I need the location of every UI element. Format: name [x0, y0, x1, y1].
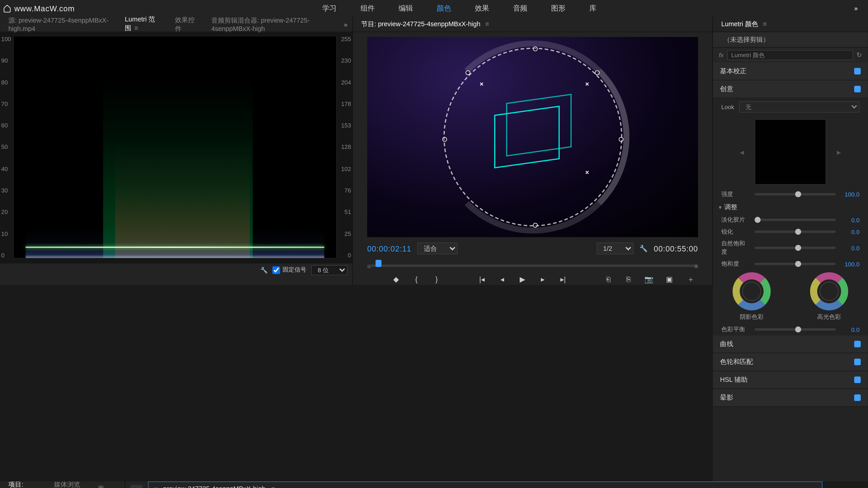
- program-monitor-panel: 节目: preview-247725-4senppMBxX-high ≡ × ×…: [353, 17, 713, 285]
- ws-assembly[interactable]: 组件: [361, 3, 375, 13]
- program-control-bar: 00:00:02:11 适合 1/2 🔧 00:00:55:00: [367, 240, 698, 256]
- ws-color[interactable]: 颜色: [437, 3, 451, 13]
- tab-project[interactable]: 项目: MacW: [5, 478, 42, 488]
- step-back-icon[interactable]: ◂: [498, 275, 507, 284]
- effect-name-input[interactable]: [727, 50, 853, 60]
- shadow-tint-wheel[interactable]: 阴影色彩: [731, 272, 773, 321]
- section-vignette[interactable]: 晕影: [713, 389, 868, 407]
- fx-badge-icon: fx: [719, 52, 723, 58]
- ws-library[interactable]: 库: [589, 3, 596, 13]
- step-fwd-icon[interactable]: ▸: [538, 275, 548, 284]
- site-url: www.MacW.com: [14, 4, 74, 13]
- section-toggle[interactable]: [854, 377, 861, 383]
- goto-in-icon[interactable]: |◂: [477, 275, 487, 284]
- tab-audio-mixer[interactable]: 音频剪辑混合器: preview-247725-4senppMBxX-high: [208, 14, 336, 35]
- look-label: Look: [721, 104, 734, 110]
- section-toggle[interactable]: [854, 394, 861, 401]
- workspace-tabs: 学习 组件 编辑 颜色 效果 音频 图形 库: [75, 3, 844, 13]
- waveform-area: [13, 36, 337, 258]
- playhead-handle[interactable]: [375, 260, 381, 267]
- slider-tint-balance[interactable]: 色彩平衡0.0: [713, 324, 868, 335]
- section-toggle[interactable]: [854, 341, 861, 347]
- section-toggle[interactable]: [854, 86, 861, 92]
- close-sequence-icon[interactable]: ×: [154, 485, 158, 488]
- audio-meters: 0-6-12-18-24-30-36-42-48-54 dB SS: [823, 482, 868, 488]
- project-tab-header: 项目: MacW 媒体浏览器 库 »: [0, 482, 125, 488]
- marker-icon[interactable]: ◆: [391, 275, 401, 284]
- slider-vibrance[interactable]: 自然饱和度0.0: [713, 238, 868, 258]
- adjust-subheader[interactable]: 调整: [713, 200, 868, 214]
- program-timecode[interactable]: 00:00:02:11: [367, 244, 411, 253]
- clamp-signal-checkbox[interactable]: 固定信号: [272, 266, 306, 274]
- tab-media-browser[interactable]: 媒体浏览器: [51, 478, 86, 488]
- ire-axis-right: 2552302041781531281027651250: [337, 36, 351, 258]
- slider-intensity[interactable]: 强度 100.0: [713, 188, 868, 200]
- selection-tool-icon[interactable]: ▲: [130, 485, 142, 488]
- project-panel: 项目: MacW 媒体浏览器 库 » ▤ MacW.prproj 🔍 ▦ pre…: [0, 482, 125, 488]
- wrench-icon[interactable]: 🔧: [640, 245, 648, 252]
- panel-menu-icon[interactable]: ≡: [134, 24, 138, 31]
- lumetri-scopes-panel: 源: preview-247725-4senppMBxX-high.mp4 Lu…: [0, 17, 353, 285]
- tab-source[interactable]: 源: preview-247725-4senppMBxX-high.mp4: [5, 14, 113, 35]
- tool-palette: ▲ ⇥ ⇄ ◆ |↔| ✒ ✋ T: [125, 482, 148, 488]
- extract-icon[interactable]: ⎘: [624, 275, 633, 284]
- look-select[interactable]: 无: [739, 101, 860, 112]
- play-icon[interactable]: ▶: [518, 275, 527, 284]
- compare-icon[interactable]: ▣: [664, 275, 674, 284]
- wrench-icon[interactable]: 🔧: [260, 267, 268, 273]
- section-color-wheels[interactable]: 色轮和匹配: [713, 353, 868, 371]
- look-row: Look 无: [713, 98, 868, 116]
- tab-lumetri[interactable]: Lumetri 颜色 ≡: [718, 17, 770, 31]
- source-tab-header: 源: preview-247725-4senppMBxX-high.mp4 Lu…: [0, 17, 352, 32]
- ws-learn[interactable]: 学习: [322, 3, 337, 13]
- timeline-panel: × preview-247725-4senppMBxX-high ≡ 00:00…: [148, 482, 823, 488]
- prev-look-icon[interactable]: ◂: [740, 147, 744, 157]
- ws-audio[interactable]: 音频: [513, 3, 527, 13]
- export-frame-icon[interactable]: 📷: [644, 275, 653, 284]
- section-curves[interactable]: 曲线: [713, 335, 868, 353]
- transport-controls: ◆ { } |◂ ◂ ▶ ▸ ▸| ⎗ ⎘ 📷 ▣ ＋: [353, 270, 712, 288]
- no-clip-selected-label: （未选择剪辑）: [713, 32, 868, 48]
- program-scrubber[interactable]: [367, 256, 698, 268]
- button-editor-icon[interactable]: ＋: [686, 275, 695, 284]
- slider-sharpen[interactable]: 锐化0.0: [713, 226, 868, 238]
- lift-icon[interactable]: ⎗: [603, 275, 613, 284]
- effect-selector-row: fx ↻: [713, 48, 868, 63]
- scope-footer: 🔧 固定信号 8 位: [0, 263, 352, 276]
- bit-depth-select[interactable]: 8 位: [311, 265, 348, 275]
- program-viewport[interactable]: × × ×: [367, 37, 698, 237]
- resolution-select[interactable]: 1/2: [596, 242, 633, 254]
- program-tab-header: 节目: preview-247725-4senppMBxX-high ≡: [353, 17, 712, 32]
- timeline-tab-header: × preview-247725-4senppMBxX-high ≡: [149, 482, 822, 488]
- section-toggle[interactable]: [854, 359, 861, 365]
- panel-menu-icon[interactable]: ≡: [485, 20, 489, 28]
- panel-menu-icon[interactable]: ≡: [272, 485, 275, 488]
- ws-graphics[interactable]: 图形: [551, 3, 565, 13]
- panel-menu-icon[interactable]: ≡: [763, 20, 767, 28]
- in-point-icon[interactable]: {: [412, 275, 421, 284]
- slider-faded-film[interactable]: 淡化胶片0.0: [713, 214, 868, 226]
- ws-edit[interactable]: 编辑: [399, 3, 413, 13]
- section-hsl[interactable]: HSL 辅助: [713, 371, 868, 389]
- tab-program[interactable]: 节目: preview-247725-4senppMBxX-high ≡: [358, 17, 493, 31]
- ws-effects[interactable]: 效果: [475, 3, 489, 13]
- section-toggle[interactable]: [854, 68, 861, 74]
- sequence-name[interactable]: preview-247725-4senppMBxX-high: [163, 485, 266, 488]
- slider-saturation[interactable]: 饱和度100.0: [713, 258, 868, 270]
- tab-overflow-icon[interactable]: »: [344, 21, 347, 28]
- reset-icon[interactable]: ↻: [857, 51, 862, 59]
- section-creative[interactable]: 创意: [713, 80, 868, 98]
- section-basic-correction[interactable]: 基本校正: [713, 63, 868, 80]
- scope-display: 1009080706050403020100 25523020417815312…: [0, 32, 352, 276]
- tab-overflow-icon[interactable]: »: [116, 485, 120, 488]
- program-duration: 00:00:55:00: [654, 244, 698, 253]
- tint-wheels: 阴影色彩 高光色彩: [713, 270, 868, 324]
- next-look-icon[interactable]: ▸: [837, 147, 841, 157]
- workspace-overflow-icon[interactable]: »: [844, 5, 868, 12]
- goto-out-icon[interactable]: ▸|: [558, 275, 568, 284]
- out-point-icon[interactable]: }: [432, 275, 441, 284]
- highlight-tint-wheel[interactable]: 高光色彩: [808, 272, 850, 321]
- tab-library[interactable]: 库: [94, 482, 108, 488]
- lumetri-color-panel: Lumetri 颜色 ≡ （未选择剪辑） fx ↻ 基本校正 创意 Look 无…: [713, 17, 868, 482]
- fit-select[interactable]: 适合: [417, 242, 458, 254]
